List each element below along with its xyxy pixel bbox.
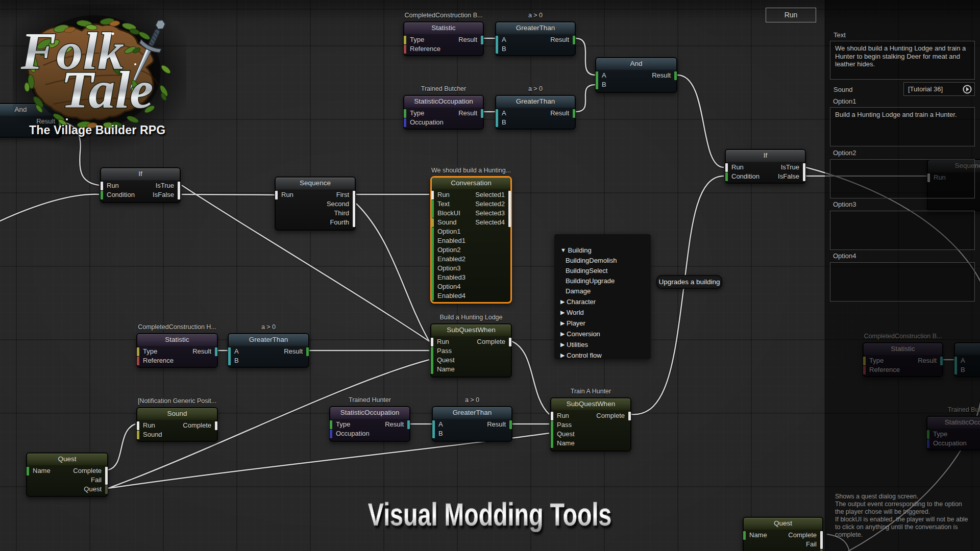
svg-text:Tale: Tale: [61, 60, 153, 119]
